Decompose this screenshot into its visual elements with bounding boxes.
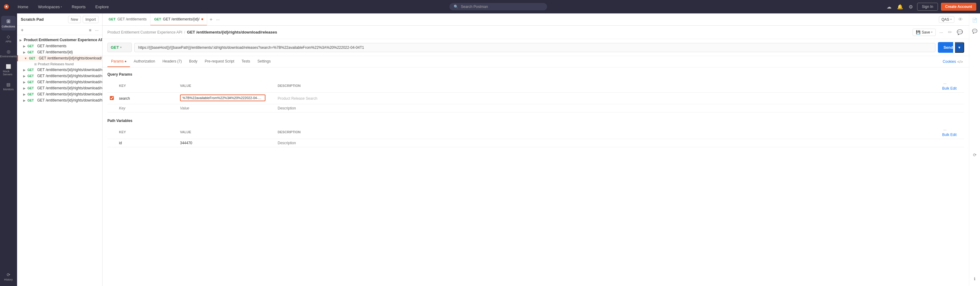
item-label: GET /entitlements/{id}/rights/download/r… xyxy=(37,74,102,78)
tree-item-releases[interactable]: ▼ GET GET /entitlements/{id}/rights/down… xyxy=(17,55,102,61)
tree-item-releases-r3[interactable]: ▶ GET GET /entitlements/{id}/rights/down… xyxy=(17,79,102,85)
param-value-cell[interactable]: %7B%22availableFrom%22%3A%20%222022-04-0… xyxy=(178,93,275,104)
import-button[interactable]: Import xyxy=(83,16,99,23)
nav-home[interactable]: Home xyxy=(15,3,31,10)
tree-item-eula[interactable]: ▶ GET GET /entitlements/{id}/rights/down… xyxy=(17,91,102,97)
param-key-input[interactable] xyxy=(119,96,175,101)
collection-root[interactable]: ▶ Product Entitlement Customer Experienc… xyxy=(17,37,102,43)
item-label: GET /entitlements/{id}/rights/download/r… xyxy=(37,80,102,84)
cookies-button[interactable]: Cookies xyxy=(943,59,956,64)
search-bar[interactable]: 🔍 Search Postman xyxy=(449,3,547,10)
mock-servers-icon: ⬜ xyxy=(6,64,11,69)
breadcrumb: Product Entitlement Customer Experience … xyxy=(107,30,277,35)
nav-explore[interactable]: Explore xyxy=(93,3,111,10)
right-panel-doc-btn[interactable]: 📄 xyxy=(970,16,979,24)
eye-icon[interactable]: 👁 xyxy=(957,16,964,24)
tab-tests[interactable]: Tests xyxy=(238,56,254,67)
settings-icon[interactable]: ⚙ xyxy=(907,3,914,11)
tree-item-releases-r4[interactable]: ▶ GET GET /entitlements/{id}/rights/down… xyxy=(17,85,102,91)
breadcrumb-collection: Product Entitlement Customer Experience … xyxy=(107,30,182,35)
method-badge: GET xyxy=(29,57,38,60)
expand-arrow: ▶ xyxy=(23,87,25,90)
right-panel-chat-btn[interactable]: 💬 xyxy=(970,27,979,35)
save-button[interactable]: 💾 Save ▾ xyxy=(913,29,936,36)
url-input[interactable] xyxy=(134,43,935,52)
auth-label: Authorization xyxy=(134,59,155,64)
add-collection-btn[interactable]: + xyxy=(19,27,25,33)
tree-item-entitlements-id[interactable]: ▶ GET GET /entitlements/{id} xyxy=(17,49,102,55)
pv-desc-input[interactable] xyxy=(278,141,937,145)
tab-body[interactable]: Body xyxy=(186,56,201,67)
sidebar-item-history[interactable]: ⟳ History xyxy=(1,270,16,284)
sidebar-item-monitors[interactable]: ▤ Monitors xyxy=(1,79,16,93)
send-button[interactable]: Send xyxy=(938,42,953,53)
send-dropdown-arrow[interactable]: ▾ xyxy=(955,42,964,53)
item-label: GET /entitlements/{id}/rights/download/r… xyxy=(37,86,102,90)
tree-item-entitlements[interactable]: ▶ GET GET /entitlements xyxy=(17,43,102,49)
nav-reports[interactable]: Reports xyxy=(69,3,88,10)
query-param-row-1: %7B%22availableFrom%22%3A%20%222022-04-0… xyxy=(107,93,964,104)
pv-value-input[interactable] xyxy=(180,141,273,145)
tree-example-item[interactable]: ⊞ Product Releases found xyxy=(17,61,102,67)
param-checkbox[interactable] xyxy=(110,96,114,100)
info-icon[interactable]: ℹ xyxy=(972,274,978,284)
tree-item-releases-r1[interactable]: ▶ GET GET /entitlements/{id}/rights/down… xyxy=(17,67,102,73)
tab-authorization[interactable]: Authorization xyxy=(130,56,159,67)
method-chevron: ▾ xyxy=(120,46,121,49)
environment-selector[interactable]: QAS ▾ xyxy=(939,16,955,23)
pv-key-input[interactable] xyxy=(119,141,175,145)
pv-more-btn[interactable]: ··· xyxy=(942,127,948,133)
tree-item-releases-r2[interactable]: ▶ GET GET /entitlements/{id}/rights/down… xyxy=(17,73,102,79)
tab-headers[interactable]: Headers (7) xyxy=(159,56,185,67)
param-desc-empty-input[interactable] xyxy=(278,106,937,110)
param-value-highlighted[interactable]: %7B%22availableFrom%22%3A%20%222022-04-0… xyxy=(180,95,266,101)
param-checkbox-cell[interactable] xyxy=(107,93,116,104)
history-icon: ⟳ xyxy=(7,272,10,277)
query-more-btn[interactable]: ··· xyxy=(942,81,948,86)
sidebar-item-mock-servers[interactable]: ⬜ Mock Servers xyxy=(1,62,16,78)
main-content: GET GET /entitlements GET GET /entitleme… xyxy=(102,13,969,286)
sign-in-button[interactable]: Sign In xyxy=(917,3,938,11)
settings-label: Settings xyxy=(258,59,270,64)
right-panel-history-btn[interactable]: ⟳ xyxy=(971,151,978,159)
comment-icon[interactable]: 💬 xyxy=(956,28,964,36)
collections-sidebar: Scratch Pad New Import + ≡ ··· ▶ Product… xyxy=(17,13,102,286)
new-button[interactable]: New xyxy=(68,16,81,23)
param-val-empty-input[interactable] xyxy=(180,106,273,110)
bell-icon[interactable]: 🔔 xyxy=(896,3,904,11)
tab-more-btn[interactable]: ··· xyxy=(215,16,221,22)
nav-workspaces[interactable]: Workspaces ▾ xyxy=(36,3,64,10)
add-tab-btn[interactable]: + xyxy=(207,17,215,22)
query-bulk-edit-btn[interactable]: Bulk Edit xyxy=(942,86,956,91)
expand-arrow: ▶ xyxy=(23,44,25,48)
more-options-btn[interactable]: ··· xyxy=(938,29,944,35)
param-desc-input[interactable] xyxy=(278,96,937,101)
expand-arrow: ▶ xyxy=(23,51,25,54)
th-checkbox xyxy=(107,79,116,93)
sidebar-item-apis[interactable]: ◇ APIs xyxy=(1,32,16,45)
example-label: Product Releases found xyxy=(38,62,73,66)
tree-item-history[interactable]: ▶ GET GET /entitlements/{id}/rights/down… xyxy=(17,97,102,103)
tab-params[interactable]: Params xyxy=(107,56,130,67)
sort-btn[interactable]: ≡ xyxy=(88,27,92,33)
more-options-btn[interactable]: ··· xyxy=(94,27,100,33)
pv-th-checkbox xyxy=(107,126,116,139)
pv-bulk-edit-btn[interactable]: Bulk Edit xyxy=(942,133,956,137)
sidebar-item-environments[interactable]: ◎ Environments xyxy=(1,47,16,60)
method-badge: GET xyxy=(27,51,36,54)
tab-get-entitlements[interactable]: GET GET /entitlements xyxy=(105,13,150,25)
cloud-icon[interactable]: ☁ xyxy=(885,3,893,11)
search-icon: 🔍 xyxy=(454,5,458,9)
sidebar-item-collections[interactable]: ⊞ Collections xyxy=(1,16,16,30)
param-val-empty xyxy=(178,104,275,113)
monitors-icon: ▤ xyxy=(6,82,10,87)
tab-get-entitlements-id[interactable]: GET GET /entitlements/{id}/ xyxy=(150,13,207,25)
method-badge: GET xyxy=(27,81,36,84)
tab-pre-request[interactable]: Pre-request Script xyxy=(201,56,238,67)
method-selector[interactable]: GET ▾ xyxy=(107,43,132,52)
create-account-button[interactable]: Create Account xyxy=(941,3,976,11)
param-key-empty-input[interactable] xyxy=(119,106,175,110)
tab-settings[interactable]: Settings xyxy=(254,56,274,67)
code-icon[interactable]: </> xyxy=(956,58,964,65)
edit-icon[interactable]: ✏ xyxy=(947,28,953,36)
